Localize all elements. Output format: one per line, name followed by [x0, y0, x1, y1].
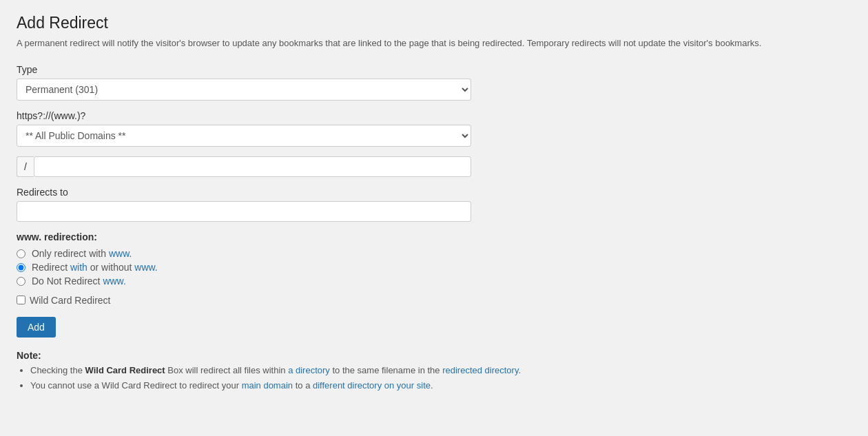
wildcard-label: Wild Card Redirect — [30, 295, 110, 306]
type-select[interactable]: Permanent (301) Temporary (302) — [17, 79, 471, 101]
page-title: Add Redirect — [17, 14, 851, 32]
note-bold-1: Wild Card Redirect — [85, 365, 165, 375]
radio-with-or-without: Redirect with or without www. — [17, 262, 851, 273]
note-link-1[interactable]: a directory — [288, 365, 330, 375]
radio-only-www-label: Only redirect with www. — [32, 248, 132, 259]
note-section: Note: Checking the Wild Card Redirect Bo… — [17, 350, 851, 393]
page-description: A permanent redirect will notify the vis… — [17, 37, 851, 50]
www-highlight-2: with — [70, 262, 87, 273]
redirects-to-label: Redirects to — [17, 187, 851, 198]
path-input[interactable] — [34, 156, 471, 177]
domain-field-group: https?://(www.)? ** All Public Domains *… — [17, 110, 851, 147]
radio-only-www-input[interactable] — [17, 249, 25, 258]
radio-do-not-redirect-label: Do Not Redirect www. — [32, 276, 126, 287]
note-label: Note: — [17, 350, 41, 361]
wildcard-checkbox[interactable] — [17, 295, 25, 304]
note-item-2: You cannot use a Wild Card Redirect to r… — [30, 379, 851, 393]
note-link-2[interactable]: redirected directory — [442, 365, 518, 375]
radio-only-www: Only redirect with www. — [17, 248, 851, 259]
type-label: Type — [17, 64, 851, 75]
domain-select[interactable]: ** All Public Domains ** — [17, 125, 471, 147]
add-button[interactable]: Add — [17, 317, 56, 338]
slash-prefix: / — [17, 156, 34, 177]
radio-do-not-redirect-input[interactable] — [17, 277, 25, 286]
www-highlight-3: www. — [134, 262, 157, 273]
wildcard-row: Wild Card Redirect — [17, 295, 851, 306]
www-section: www. redirection: Only redirect with www… — [17, 231, 851, 287]
redirects-to-input[interactable] — [17, 201, 471, 222]
note-link-4[interactable]: different directory on your site — [313, 380, 431, 391]
redirects-to-field-group: Redirects to — [17, 187, 851, 222]
note-list: Checking the Wild Card Redirect Box will… — [30, 364, 851, 393]
radio-do-not-redirect: Do Not Redirect www. — [17, 276, 851, 287]
domain-label: https?://(www.)? — [17, 110, 851, 121]
www-highlight-1: www. — [109, 248, 132, 259]
radio-with-or-without-input[interactable] — [17, 263, 25, 272]
radio-with-or-without-label: Redirect with or without www. — [32, 262, 158, 273]
type-field-group: Type Permanent (301) Temporary (302) — [17, 64, 851, 101]
www-section-label: www. redirection: — [17, 231, 851, 242]
note-link-3[interactable]: main domain — [242, 380, 293, 391]
www-highlight-4: www. — [103, 276, 125, 287]
path-row: / — [17, 156, 471, 177]
note-item-1: Checking the Wild Card Redirect Box will… — [30, 364, 851, 377]
